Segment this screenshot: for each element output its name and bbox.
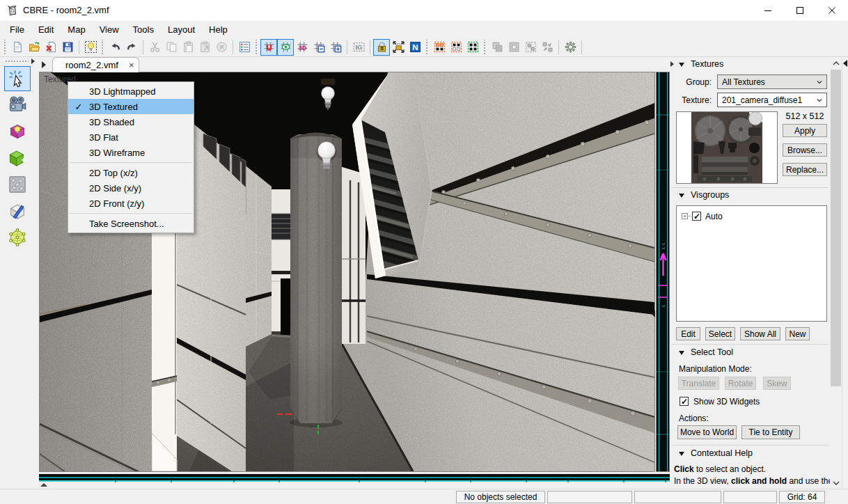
show-hidden-button[interactable]: [464, 39, 481, 56]
visgroups-section-header[interactable]: Visgroups: [670, 189, 830, 202]
run-map-button[interactable]: [82, 39, 99, 56]
menu-item-3d-flat[interactable]: 3D Flat: [68, 129, 194, 145]
menu-tools[interactable]: Tools: [126, 22, 161, 38]
apply-button[interactable]: Apply: [783, 124, 827, 137]
vertical-splitter-arrow[interactable]: [652, 310, 655, 317]
help-line-2: In the 3D view, click and hold and use t…: [674, 476, 829, 486]
tab-scroll-arrow[interactable]: [42, 61, 46, 68]
viewport-2d-sliver-vertical[interactable]: [656, 72, 670, 472]
options-gear-button[interactable]: [562, 39, 579, 56]
toolbar-grip[interactable]: [2, 40, 8, 55]
camera-tool-button[interactable]: [4, 93, 31, 118]
vertex-tool-button[interactable]: [4, 225, 31, 250]
redo-button[interactable]: [123, 39, 140, 56]
texture-scaling-lock-icon: [393, 41, 405, 53]
menu-item-3d-shaded[interactable]: 3D Shaded: [68, 114, 194, 129]
collapse-triangle-icon: [679, 194, 684, 198]
smaller-grid-button[interactable]: [311, 39, 327, 56]
texture-application-tool-button[interactable]: [4, 172, 31, 197]
horizontal-splitter-arrow[interactable]: [40, 483, 47, 487]
block-tool-button[interactable]: [4, 145, 31, 171]
menu-map[interactable]: Map: [61, 22, 92, 38]
save-button[interactable]: [59, 39, 76, 56]
show-all-button[interactable]: Show All: [740, 327, 780, 340]
toolbar-grip[interactable]: [100, 40, 106, 55]
panel-scrollbar[interactable]: [830, 57, 842, 489]
close-file-button[interactable]: [42, 39, 59, 56]
scrollbar-down-arrow[interactable]: [830, 477, 842, 489]
menu-item-label: 3D Shaded: [89, 117, 134, 127]
show-grid-button[interactable]: [277, 39, 294, 56]
scrollbar-up-arrow[interactable]: [830, 57, 842, 69]
texture-lock-button[interactable]: tl: [373, 39, 390, 56]
select-button[interactable]: Select: [705, 327, 735, 340]
hide-selected-button[interactable]: [431, 39, 448, 56]
title-bar[interactable]: CBRE - room2_2.vmf: [0, 0, 848, 21]
scrollbar-thumb[interactable]: [831, 70, 841, 386]
skew-button: Skew: [763, 377, 791, 390]
replace-button[interactable]: Replace...: [783, 163, 827, 176]
show-3d-grid-button[interactable]: 3D: [294, 39, 311, 56]
right-panel: Textures Group: All Textures Texture: 20…: [670, 57, 830, 489]
hide-null-textures-button[interactable]: N: [407, 39, 423, 56]
menu-view[interactable]: View: [93, 22, 126, 38]
select-tool-section-header[interactable]: Select Tool: [670, 347, 830, 359]
menu-file[interactable]: File: [3, 22, 31, 38]
tab-room2_2[interactable]: room2_2.vmf ×: [52, 57, 139, 72]
edit-button[interactable]: Edit: [676, 327, 700, 340]
toolbar-grip[interactable]: [482, 40, 488, 55]
new-file-icon: [12, 41, 24, 53]
viewport-2d-sliver-horizontal[interactable]: [39, 473, 670, 482]
group-combobox[interactable]: All Textures: [717, 74, 827, 89]
ignore-grouping-button[interactable]: IG: [350, 39, 367, 56]
toolbar-grip[interactable]: [424, 40, 430, 55]
toolbar-grip[interactable]: [253, 40, 260, 55]
texture-preview-image: [677, 112, 777, 183]
show-3d-widgets-checkbox[interactable]: ✓: [680, 397, 689, 406]
sidebar-grip[interactable]: [5, 60, 29, 63]
menu-item-2d-top-x-z[interactable]: 2D Top (x/z): [68, 165, 194, 180]
visgroups-tree[interactable]: + ✓ Auto: [676, 205, 827, 322]
contextual-help-section-header[interactable]: Contextual Help: [670, 448, 830, 460]
object-properties-button[interactable]: [236, 39, 253, 56]
textures-section-header[interactable]: Textures: [670, 58, 830, 71]
undo-button[interactable]: [107, 39, 123, 56]
new-button[interactable]: New: [785, 327, 810, 340]
maximize-button[interactable]: [784, 0, 816, 21]
menu-edit[interactable]: Edit: [31, 22, 61, 38]
menu-item-take-screenshot[interactable]: Take Screenshot...: [68, 216, 194, 231]
manipulation-mode-label: Manipulation Mode:: [679, 364, 752, 374]
bigger-grid-button[interactable]: [327, 39, 344, 56]
help-line-2-pre: In the 3D view,: [674, 476, 731, 486]
select-tool-icon: [8, 69, 27, 88]
browse-button[interactable]: Browse...: [783, 143, 827, 157]
minimize-button[interactable]: [752, 0, 784, 21]
texture-scaling-lock-button[interactable]: [390, 39, 407, 56]
cut-button: [146, 39, 163, 56]
menu-item-2d-front-z-y[interactable]: 2D Front (z/y): [68, 196, 194, 211]
visgroup-auto-checkbox[interactable]: ✓: [692, 212, 701, 221]
panel-collapse-arrow[interactable]: [843, 60, 847, 67]
move-to-world-button[interactable]: Move to World: [677, 425, 737, 439]
menu-item-3d-lightmapped[interactable]: 3D Lightmapped: [68, 84, 194, 99]
menu-layout[interactable]: Layout: [161, 22, 202, 38]
menu-item-3d-wireframe[interactable]: 3D Wireframe: [68, 145, 194, 160]
close-button[interactable]: [816, 0, 848, 21]
menu-item-3d-textured[interactable]: ✓3D Textured: [68, 99, 194, 114]
open-file-button[interactable]: [26, 39, 42, 56]
tree-expander-icon[interactable]: +: [682, 213, 688, 219]
hide-unselected-button[interactable]: [448, 39, 464, 56]
entity-tool-button[interactable]: [4, 119, 31, 144]
group-icon: [525, 41, 537, 53]
select-tool-button[interactable]: [4, 66, 31, 91]
panel-collapse-strip[interactable]: [842, 57, 848, 489]
texture-combobox[interactable]: 201_camera_diffuse1: [717, 93, 827, 107]
menu-help[interactable]: Help: [202, 22, 235, 38]
new-file-button[interactable]: [9, 39, 26, 56]
tie-to-entity-button[interactable]: Tie to Entity: [741, 425, 800, 439]
tab-close-icon[interactable]: ×: [127, 60, 136, 70]
menu-item-2d-side-x-y[interactable]: 2D Side (x/y): [68, 180, 194, 196]
snap-to-grid-button[interactable]: [260, 39, 277, 56]
sidebar-overflow-arrow[interactable]: [31, 58, 35, 64]
clipping-tool-button[interactable]: [4, 198, 31, 223]
